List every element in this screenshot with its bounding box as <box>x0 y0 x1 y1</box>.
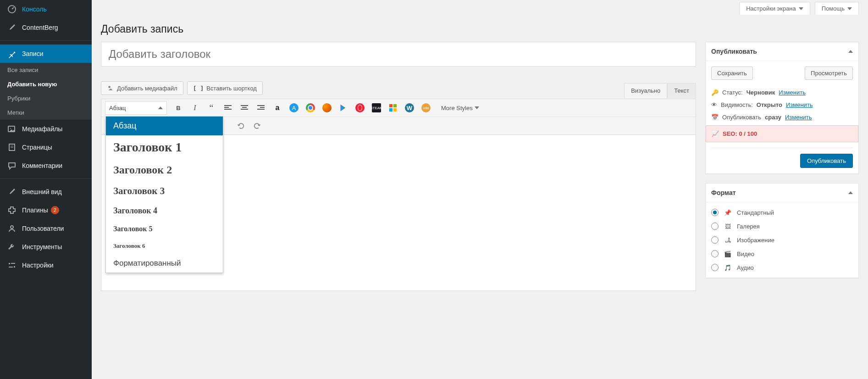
add-media-button[interactable]: Добавить медиафайл <box>101 81 183 95</box>
svg-rect-16 <box>242 107 247 108</box>
edit-status-link[interactable]: Изменить <box>779 89 806 96</box>
dashboard-icon <box>7 5 17 14</box>
publish-button[interactable]: Опубликовать <box>800 154 853 168</box>
undo-button[interactable] <box>233 119 249 133</box>
post-title-input[interactable] <box>101 42 696 67</box>
sidebar-item-comments[interactable]: Комментарии <box>0 156 92 175</box>
svg-rect-15 <box>241 105 248 106</box>
sidebar-item-plugins[interactable]: Плагины 2 <box>0 201 92 219</box>
sidebar-label: Настройки <box>22 262 54 269</box>
svg-rect-19 <box>260 107 265 108</box>
sidebar-label: Записи <box>22 50 43 57</box>
format-option-h5[interactable]: Заголовок 5 <box>106 220 223 238</box>
side-column: Опубликовать Сохранить Просмотреть 🔑 Ста… <box>705 42 859 291</box>
steam-icon[interactable]: STEAM <box>369 101 384 115</box>
format-option-audio[interactable]: 🎵 Аудио <box>711 263 853 272</box>
format-option-image[interactable]: 🏞 Изображение <box>711 235 853 245</box>
format-option-h2[interactable]: Заголовок 2 <box>106 159 223 181</box>
format-option-h1[interactable]: Заголовок 1 <box>106 135 223 159</box>
sidebar-item-media[interactable]: Медиафайлы <box>0 120 92 138</box>
format-option-pre[interactable]: Форматированный <box>106 254 223 273</box>
publish-box-header[interactable]: Опубликовать <box>706 42 858 61</box>
align-left-button[interactable] <box>220 101 236 115</box>
sidebar-item-pages[interactable]: Страницы <box>0 138 92 156</box>
svg-point-6 <box>11 226 13 229</box>
format-option-h6[interactable]: Заголовок 6 <box>106 238 223 254</box>
opera-icon[interactable] <box>352 101 368 115</box>
sidebar-label: ContentBerg <box>22 24 58 31</box>
gallery-icon: 🖼 <box>723 222 732 231</box>
caret-down-icon <box>847 7 852 10</box>
screen-options-tab[interactable]: Настройки экрана <box>739 2 810 15</box>
format-option-standard[interactable]: 📌 Стандартный <box>711 208 853 217</box>
edit-schedule-link[interactable]: Изменить <box>785 114 812 121</box>
align-right-button[interactable] <box>253 101 269 115</box>
sidebar-label: Пользователи <box>22 225 64 232</box>
sidebar-item-posts[interactable]: Записи <box>0 45 92 63</box>
editor-tab-visual[interactable]: Визуально <box>624 83 667 98</box>
save-draft-button[interactable]: Сохранить <box>711 67 753 80</box>
visibility-label: Видимость: <box>721 101 753 108</box>
format-option-label: Галерея <box>737 223 760 230</box>
bold-button[interactable]: B <box>171 101 186 115</box>
sidebar-item-contentberg[interactable]: ContentBerg <box>0 18 92 37</box>
submenu-item-add-new[interactable]: Добавить новую <box>0 77 92 91</box>
chrome-icon[interactable] <box>303 101 318 115</box>
microsoft-icon[interactable] <box>385 101 401 115</box>
insert-shortcode-button[interactable]: [ ] Вставить шорткод <box>187 81 263 95</box>
editor-tab-text[interactable]: Текст <box>667 83 696 98</box>
screen-meta-links: Настройки экрана Помощь <box>101 0 859 15</box>
blockquote-button[interactable]: “ <box>204 101 219 115</box>
submenu-item-categories[interactable]: Рубрики <box>0 91 92 106</box>
sidebar-item-dashboard[interactable]: Консоль <box>0 0 92 18</box>
appearance-icon <box>7 187 17 196</box>
more-styles-button[interactable]: More Styles <box>438 105 482 111</box>
svg-rect-20 <box>257 109 265 110</box>
format-option-h4[interactable]: Заголовок 4 <box>106 201 223 220</box>
caret-down-icon <box>475 106 479 109</box>
menu-separator <box>0 40 92 41</box>
edit-visibility-link[interactable]: Изменить <box>786 101 813 108</box>
wordpress-icon[interactable]: W <box>402 101 417 115</box>
submenu-item-tags[interactable]: Метки <box>0 106 92 120</box>
appstore-icon[interactable]: A <box>286 101 302 115</box>
svg-point-11 <box>108 86 111 88</box>
help-tab[interactable]: Помощь <box>815 2 859 15</box>
visibility-value: Открыто <box>757 101 782 108</box>
redo-button[interactable] <box>249 119 265 133</box>
submenu-item-all-posts[interactable]: Все записи <box>0 63 92 77</box>
sidebar-submenu-posts: Все записи Добавить новую Рубрики Метки <box>0 63 92 120</box>
align-center-button[interactable] <box>237 101 252 115</box>
format-dropdown: Абзац Заголовок 1 Заголовок 2 Заголовок … <box>105 116 223 273</box>
schedule-label: Опубликовать <box>722 114 761 121</box>
sidebar-item-appearance[interactable]: Внешний вид <box>0 183 92 201</box>
format-option-paragraph[interactable]: Абзац <box>106 117 223 135</box>
format-box-header[interactable]: Формат <box>706 184 858 202</box>
sidebar-item-users[interactable]: Пользователи <box>0 219 92 238</box>
preview-button[interactable]: Просмотреть <box>805 67 853 80</box>
visibility-row: 👁 Видимость: Открыто Изменить <box>711 99 853 111</box>
editor-column: Добавить медиафайл [ ] Вставить шорткод … <box>101 42 696 291</box>
svg-rect-24 <box>393 108 397 111</box>
xda-icon[interactable]: xda <box>418 101 434 115</box>
pages-icon <box>7 143 17 152</box>
firefox-icon[interactable] <box>319 101 335 115</box>
sidebar-item-tools[interactable]: Инструменты <box>0 238 92 256</box>
page-title: Добавить запись <box>101 15 859 42</box>
caret-up-icon <box>158 106 163 109</box>
format-option-h3[interactable]: Заголовок 3 <box>106 181 223 201</box>
sidebar-label: Инструменты <box>22 243 62 251</box>
play-store-icon[interactable] <box>336 101 351 115</box>
sidebar-label: Внешний вид <box>22 188 62 195</box>
italic-button[interactable]: I <box>187 101 203 115</box>
amazon-icon[interactable]: a <box>270 101 285 115</box>
svg-rect-9 <box>14 266 15 268</box>
format-select[interactable]: Абзац Абзац Заголовок 1 Заголовок 2 Заго… <box>105 101 167 115</box>
svg-rect-10 <box>9 267 13 268</box>
radio-icon <box>711 264 719 271</box>
users-icon <box>7 224 17 233</box>
format-option-gallery[interactable]: 🖼 Галерея <box>711 222 853 231</box>
format-option-video[interactable]: 🎬 Видео <box>711 249 853 258</box>
toggle-icon <box>848 191 853 194</box>
sidebar-item-settings[interactable]: Настройки <box>0 256 92 274</box>
